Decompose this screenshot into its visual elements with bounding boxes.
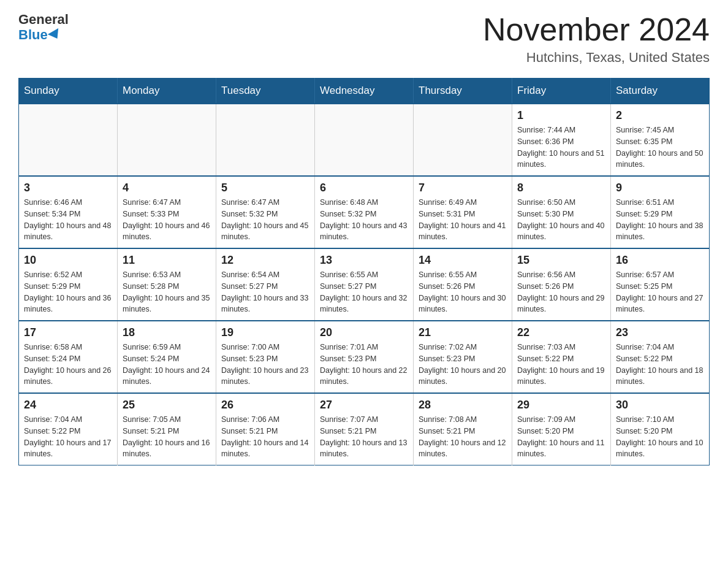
calendar-cell — [315, 104, 414, 176]
calendar-cell: 26Sunrise: 7:06 AMSunset: 5:21 PMDayligh… — [216, 393, 315, 465]
calendar-cell: 5Sunrise: 6:47 AMSunset: 5:32 PMDaylight… — [216, 176, 315, 248]
day-info: Sunrise: 7:44 AMSunset: 6:36 PMDaylight:… — [517, 124, 605, 170]
day-info: Sunrise: 6:48 AMSunset: 5:32 PMDaylight:… — [320, 197, 408, 243]
calendar-cell: 15Sunrise: 6:56 AMSunset: 5:26 PMDayligh… — [512, 248, 611, 321]
day-number: 9 — [616, 182, 704, 194]
calendar-subtitle: Hutchins, Texas, United States — [483, 50, 710, 66]
day-info: Sunrise: 6:59 AMSunset: 5:24 PMDaylight:… — [123, 342, 211, 388]
day-info: Sunrise: 7:06 AMSunset: 5:21 PMDaylight:… — [221, 414, 309, 460]
calendar-cell: 24Sunrise: 7:04 AMSunset: 5:22 PMDayligh… — [19, 393, 118, 465]
day-info: Sunrise: 7:08 AMSunset: 5:21 PMDaylight:… — [419, 414, 507, 460]
day-info: Sunrise: 7:02 AMSunset: 5:23 PMDaylight:… — [419, 342, 507, 388]
day-info: Sunrise: 6:47 AMSunset: 5:33 PMDaylight:… — [123, 197, 211, 243]
calendar-cell: 28Sunrise: 7:08 AMSunset: 5:21 PMDayligh… — [414, 393, 512, 465]
calendar-cell: 20Sunrise: 7:01 AMSunset: 5:23 PMDayligh… — [315, 321, 414, 393]
calendar-cell: 7Sunrise: 6:49 AMSunset: 5:31 PMDaylight… — [414, 176, 512, 248]
day-info: Sunrise: 7:45 AMSunset: 6:35 PMDaylight:… — [616, 124, 704, 170]
calendar-cell: 27Sunrise: 7:07 AMSunset: 5:21 PMDayligh… — [315, 393, 414, 465]
column-header-monday: Monday — [118, 79, 216, 104]
day-info: Sunrise: 6:49 AMSunset: 5:31 PMDaylight:… — [419, 197, 507, 243]
calendar-cell: 23Sunrise: 7:04 AMSunset: 5:22 PMDayligh… — [611, 321, 710, 393]
day-number: 16 — [616, 254, 704, 267]
calendar-cell: 3Sunrise: 6:46 AMSunset: 5:34 PMDaylight… — [19, 176, 118, 248]
calendar-cell: 10Sunrise: 6:52 AMSunset: 5:29 PMDayligh… — [19, 248, 118, 321]
page-header: General Blue November 2024 Hutchins, Tex… — [18, 12, 710, 66]
day-number: 21 — [419, 326, 507, 339]
day-info: Sunrise: 6:50 AMSunset: 5:30 PMDaylight:… — [517, 197, 605, 243]
day-number: 26 — [221, 399, 309, 412]
calendar-week-row: 3Sunrise: 6:46 AMSunset: 5:34 PMDaylight… — [19, 176, 710, 248]
day-number: 22 — [517, 326, 605, 339]
logo-general-text: General — [18, 12, 69, 27]
day-number: 11 — [123, 254, 211, 267]
day-number: 17 — [24, 326, 112, 339]
calendar-cell — [216, 104, 315, 176]
day-number: 18 — [123, 326, 211, 339]
day-number: 27 — [320, 399, 408, 412]
logo-triangle-icon — [48, 28, 63, 42]
calendar-cell: 6Sunrise: 6:48 AMSunset: 5:32 PMDaylight… — [315, 176, 414, 248]
day-info: Sunrise: 6:47 AMSunset: 5:32 PMDaylight:… — [221, 197, 309, 243]
day-number: 14 — [419, 254, 507, 267]
day-number: 5 — [221, 182, 309, 194]
day-info: Sunrise: 7:01 AMSunset: 5:23 PMDaylight:… — [320, 342, 408, 388]
logo: General Blue — [18, 12, 69, 43]
calendar-cell: 16Sunrise: 6:57 AMSunset: 5:25 PMDayligh… — [611, 248, 710, 321]
day-number: 4 — [123, 182, 211, 194]
day-info: Sunrise: 7:10 AMSunset: 5:20 PMDaylight:… — [616, 414, 704, 460]
calendar-cell: 11Sunrise: 6:53 AMSunset: 5:28 PMDayligh… — [118, 248, 216, 321]
calendar-cell: 12Sunrise: 6:54 AMSunset: 5:27 PMDayligh… — [216, 248, 315, 321]
column-header-tuesday: Tuesday — [216, 79, 315, 104]
day-info: Sunrise: 7:04 AMSunset: 5:22 PMDaylight:… — [24, 414, 112, 460]
day-info: Sunrise: 6:46 AMSunset: 5:34 PMDaylight:… — [24, 197, 112, 243]
day-info: Sunrise: 6:53 AMSunset: 5:28 PMDaylight:… — [123, 269, 211, 315]
calendar-cell: 29Sunrise: 7:09 AMSunset: 5:20 PMDayligh… — [512, 393, 611, 465]
day-info: Sunrise: 7:00 AMSunset: 5:23 PMDaylight:… — [221, 342, 309, 388]
day-info: Sunrise: 6:55 AMSunset: 5:27 PMDaylight:… — [320, 269, 408, 315]
day-number: 24 — [24, 399, 112, 412]
calendar-cell: 9Sunrise: 6:51 AMSunset: 5:29 PMDaylight… — [611, 176, 710, 248]
calendar-week-row: 10Sunrise: 6:52 AMSunset: 5:29 PMDayligh… — [19, 248, 710, 321]
day-number: 1 — [517, 109, 605, 122]
calendar-cell: 17Sunrise: 6:58 AMSunset: 5:24 PMDayligh… — [19, 321, 118, 393]
calendar-cell: 13Sunrise: 6:55 AMSunset: 5:27 PMDayligh… — [315, 248, 414, 321]
day-number: 23 — [616, 326, 704, 339]
title-block: November 2024 Hutchins, Texas, United St… — [483, 12, 710, 66]
calendar-cell — [118, 104, 216, 176]
logo-blue-text: Blue — [18, 27, 61, 43]
column-header-sunday: Sunday — [19, 79, 118, 104]
day-number: 25 — [123, 399, 211, 412]
day-number: 3 — [24, 182, 112, 194]
calendar-week-row: 17Sunrise: 6:58 AMSunset: 5:24 PMDayligh… — [19, 321, 710, 393]
day-number: 13 — [320, 254, 408, 267]
calendar-week-row: 24Sunrise: 7:04 AMSunset: 5:22 PMDayligh… — [19, 393, 710, 465]
day-number: 30 — [616, 399, 704, 412]
day-info: Sunrise: 6:55 AMSunset: 5:26 PMDaylight:… — [419, 269, 507, 315]
calendar-title: November 2024 — [483, 12, 710, 47]
day-number: 28 — [419, 399, 507, 412]
calendar-table: SundayMondayTuesdayWednesdayThursdayFrid… — [18, 78, 710, 465]
calendar-cell — [19, 104, 118, 176]
calendar-cell — [414, 104, 512, 176]
day-info: Sunrise: 6:54 AMSunset: 5:27 PMDaylight:… — [221, 269, 309, 315]
column-header-wednesday: Wednesday — [315, 79, 414, 104]
calendar-cell: 22Sunrise: 7:03 AMSunset: 5:22 PMDayligh… — [512, 321, 611, 393]
calendar-cell: 25Sunrise: 7:05 AMSunset: 5:21 PMDayligh… — [118, 393, 216, 465]
day-number: 15 — [517, 254, 605, 267]
column-header-friday: Friday — [512, 79, 611, 104]
day-info: Sunrise: 7:03 AMSunset: 5:22 PMDaylight:… — [517, 342, 605, 388]
day-number: 6 — [320, 182, 408, 194]
day-number: 8 — [517, 182, 605, 194]
day-number: 20 — [320, 326, 408, 339]
calendar-cell: 18Sunrise: 6:59 AMSunset: 5:24 PMDayligh… — [118, 321, 216, 393]
calendar-cell: 4Sunrise: 6:47 AMSunset: 5:33 PMDaylight… — [118, 176, 216, 248]
calendar-cell: 8Sunrise: 6:50 AMSunset: 5:30 PMDaylight… — [512, 176, 611, 248]
day-info: Sunrise: 7:04 AMSunset: 5:22 PMDaylight:… — [616, 342, 704, 388]
day-number: 10 — [24, 254, 112, 267]
calendar-cell: 14Sunrise: 6:55 AMSunset: 5:26 PMDayligh… — [414, 248, 512, 321]
calendar-week-row: 1Sunrise: 7:44 AMSunset: 6:36 PMDaylight… — [19, 104, 710, 176]
column-header-saturday: Saturday — [611, 79, 710, 104]
day-info: Sunrise: 7:09 AMSunset: 5:20 PMDaylight:… — [517, 414, 605, 460]
day-number: 7 — [419, 182, 507, 194]
calendar-header-row: SundayMondayTuesdayWednesdayThursdayFrid… — [19, 79, 710, 104]
